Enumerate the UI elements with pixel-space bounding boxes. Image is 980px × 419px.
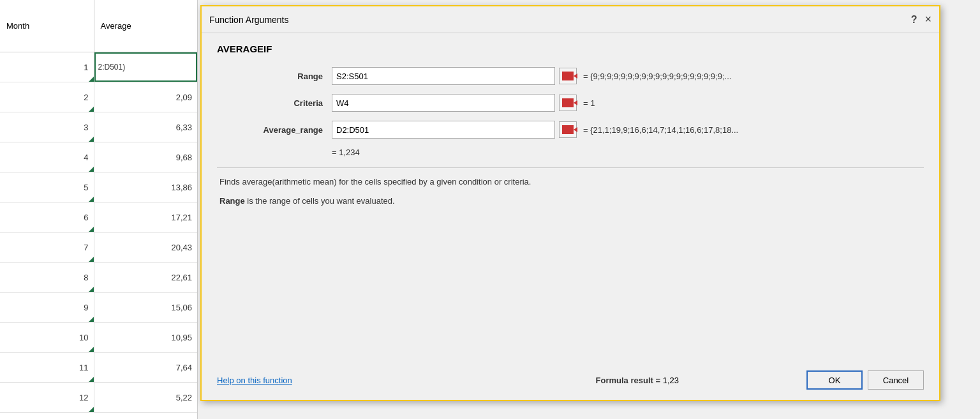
cell-month-3[interactable]: 3 [0,112,94,142]
arg-range-input[interactable] [332,67,555,85]
cell-month-2[interactable]: 2 [0,82,94,112]
cell-month-10[interactable]: 10 [0,323,94,352]
dialog-title: Function Arguments [209,15,289,25]
green-triangle-icon [89,407,94,412]
dialog-body: AVERAGEIF Range = {9;9;9;9;9;9;9;9;9;9;9… [202,33,939,224]
cell-month-7[interactable]: 7 [0,232,94,262]
cell-average-6[interactable]: 17,21 [94,202,197,232]
table-row: 4 9,68 [0,142,197,172]
arg-range-result: = {9;9;9;9;9;9;9;9;9;9;9;9;9;9;9;9;9;9;9… [577,72,731,81]
collapse-icon [562,125,574,134]
table-row: 1 2:D501) [0,52,197,82]
arg-row-criteria: Criteria = 1 [217,94,924,112]
cell-average-3[interactable]: 6,33 [94,112,197,142]
table-row: 3 6,33 [0,112,197,142]
function-arguments-dialog[interactable]: Function Arguments ? × AVERAGEIF Range =… [200,5,940,401]
cell-month-1[interactable]: 1 [0,52,94,82]
arg-average-range-collapse-button[interactable] [559,121,577,138]
arg-criteria-input-wrap [332,94,577,112]
cell-average-11[interactable]: 7,64 [94,353,197,382]
cell-average-7[interactable]: 20,43 [94,232,197,262]
arg-range-collapse-button[interactable] [559,68,577,84]
cancel-button[interactable]: Cancel [868,370,924,390]
arg-row-range: Range = {9;9;9;9;9;9;9;9;9;9;9;9;9;9;9;9… [217,67,924,85]
dialog-controls: ? × [911,13,932,26]
green-triangle-icon [89,167,94,172]
arg-range-input-wrap [332,67,577,85]
green-triangle-icon [89,287,94,292]
cell-month-11[interactable]: 11 [0,353,94,382]
green-triangle-icon [89,377,94,382]
dialog-buttons: OK Cancel [806,370,924,390]
cell-average-2[interactable]: 2,09 [94,82,197,112]
arg-description-section: Range is the range of cells you want eva… [217,195,924,208]
cell-average-1[interactable]: 2:D501) [94,52,197,82]
spreadsheet-header: Month Average [0,0,197,52]
arg-range-label: Range [217,72,332,81]
table-row: 6 17,21 [0,202,197,232]
cell-average-9[interactable]: 15,06 [94,293,197,322]
spreadsheet-panel: Month Average 1 2:D501) 2 2,09 3 6,33 4 [0,0,198,419]
cell-average-12[interactable]: 5,22 [94,383,197,412]
green-triangle-icon [89,227,94,232]
footer-right: Formula result = 1,23 OK Cancel [596,370,924,390]
cell-average-8[interactable]: 22,61 [94,263,197,292]
col-month-header: Month [0,0,94,52]
cell-month-5[interactable]: 5 [0,172,94,202]
col-average-header: Average [94,0,197,52]
green-triangle-icon [89,137,94,142]
table-row: 7 20,43 [0,232,197,263]
arg-criteria-label: Criteria [217,98,332,108]
cell-month-9[interactable]: 9 [0,293,94,322]
formula-result-display: Formula result = 1,23 [596,376,679,385]
dialog-titlebar: Function Arguments ? × [202,6,939,33]
arg-row-average-range: Average_range = {21,1;19,9;16,6;14,7;14,… [217,121,924,139]
table-row: 11 7,64 [0,353,197,383]
green-triangle-icon [89,107,94,112]
table-row: 2 2,09 [0,82,197,112]
divider [217,167,924,168]
formula-result-section: = 1,234 [217,148,924,157]
cell-month-8[interactable]: 8 [0,263,94,292]
arg-average-range-input[interactable] [332,121,555,139]
green-triangle-icon [89,347,94,352]
description-section: Finds average(arithmetic mean) for the c… [217,176,924,188]
arg-criteria-collapse-button[interactable] [559,95,577,111]
table-row: 9 15,06 [0,293,197,323]
table-row: 5 13,86 [0,172,197,202]
cell-average-4[interactable]: 9,68 [94,142,197,172]
function-name-label: AVERAGEIF [217,43,924,54]
table-row: 10 10,95 [0,323,197,353]
footer-left: Help on this function [217,376,292,385]
dialog-close-button[interactable]: × [924,13,932,26]
dialog-help-button[interactable]: ? [911,14,917,26]
cell-month-12[interactable]: 12 [0,383,94,412]
table-row: 8 22,61 [0,263,197,293]
help-link[interactable]: Help on this function [217,376,292,385]
cell-average-5[interactable]: 13,86 [94,172,197,202]
arg-average-range-input-wrap [332,121,577,139]
green-triangle-icon [89,257,94,262]
arg-criteria-result: = 1 [577,98,595,108]
green-triangle-icon [89,197,94,202]
table-row: 12 5,22 [0,383,197,413]
cell-average-10[interactable]: 10,95 [94,323,197,352]
arg-average-range-label: Average_range [217,125,332,135]
collapse-icon [562,98,574,107]
green-triangle-icon [89,317,94,322]
arg-average-range-result: = {21,1;19,9;16,6;14,7;14,1;16,6;17,8;18… [577,125,738,135]
ok-button[interactable]: OK [806,370,863,390]
green-triangle-icon [89,77,94,82]
cell-month-6[interactable]: 6 [0,202,94,232]
cell-month-4[interactable]: 4 [0,142,94,172]
dialog-footer: Help on this function Formula result = 1… [217,370,924,390]
arg-criteria-input[interactable] [332,94,555,112]
collapse-icon [562,72,574,80]
